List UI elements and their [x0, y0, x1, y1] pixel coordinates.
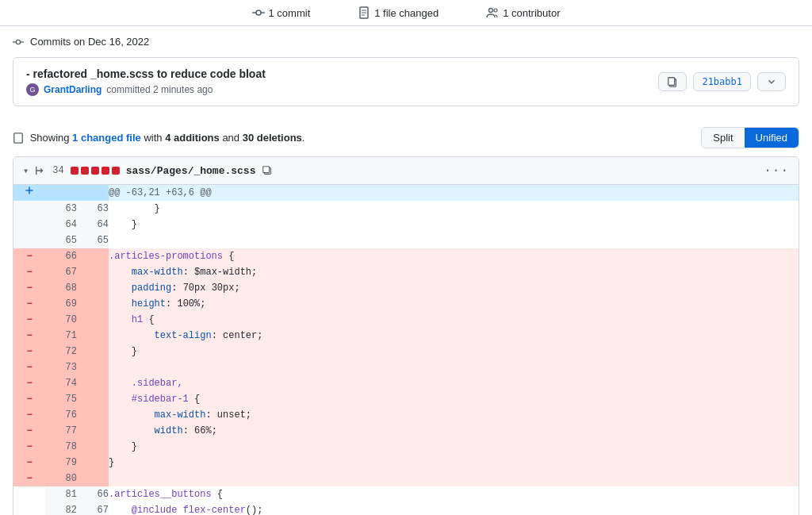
table-row: 63 63 }	[13, 201, 799, 217]
commit-author-link[interactable]: GrantDarling	[44, 84, 102, 95]
svg-point-9	[16, 40, 20, 44]
files-link[interactable]: 1 file changed	[358, 6, 439, 19]
line-num-old: 69	[45, 296, 77, 312]
table-row: − 67 max-width: $max-width;	[13, 264, 799, 280]
hunk-new-num	[77, 185, 109, 201]
hunk-code: @@ -63,21 +63,6 @@	[109, 185, 799, 201]
line-code	[109, 359, 799, 375]
neutral-col	[13, 201, 45, 217]
commits-link[interactable]: 1 commit	[252, 6, 311, 19]
commit-title: - refactored _home.scss to reduce code b…	[26, 67, 266, 80]
more-options-icon[interactable]: ···	[764, 163, 789, 178]
line-num-old: 78	[45, 439, 77, 455]
line-code: @include flex-center();	[109, 502, 799, 515]
view-toggle: Split Unified	[701, 127, 799, 148]
contributors-link[interactable]: 1 contributor	[486, 6, 560, 19]
line-num-new	[77, 359, 109, 375]
svg-rect-16	[263, 167, 270, 173]
avatar: G	[26, 83, 39, 96]
line-num-old: 75	[45, 391, 77, 407]
line-code: padding: 70px 30px;	[109, 280, 799, 296]
line-num-new: 64	[77, 217, 109, 233]
line-num-new	[77, 280, 109, 296]
stat-block-3	[91, 167, 99, 175]
line-num-old: 67	[45, 264, 77, 280]
line-code: }	[109, 201, 799, 217]
line-code: width: 66%;	[109, 423, 799, 439]
table-row: − 71 text-align: center;	[13, 328, 799, 344]
top-bar: 1 commit 1 file changed 1 contributor	[0, 0, 812, 26]
line-num-old: 70	[45, 312, 77, 328]
diff-stats	[71, 167, 120, 175]
stat-block-4	[102, 167, 109, 175]
line-num-new	[77, 439, 109, 455]
file-icon	[358, 6, 370, 19]
changed-file-link[interactable]: 1 changed file	[72, 132, 141, 144]
minus-col: −	[13, 455, 45, 471]
split-button[interactable]: Split	[702, 128, 744, 148]
table-row: − 75 #sidebar-1 {	[13, 391, 799, 407]
line-code	[109, 233, 799, 248]
line-num-old: 74	[45, 375, 77, 391]
copy-commit-button[interactable]	[658, 72, 687, 91]
table-row: − 69 height: 100%;	[13, 296, 799, 312]
showing-with: with	[141, 132, 165, 144]
line-num-old: 71	[45, 328, 77, 344]
hunk-old-num	[45, 185, 77, 201]
line-code: }	[109, 439, 799, 455]
chevron-down-icon[interactable]: ▾	[23, 165, 29, 177]
line-num-new	[77, 423, 109, 439]
minus-col: −	[13, 264, 45, 280]
diff-table: @@ -63,21 +63,6 @@ 63 63 } 64 64 } 65	[13, 185, 799, 515]
diff-file-header-left: ▾ 34 sass/Pages/_home.scss	[23, 165, 273, 177]
line-num-old: 66	[45, 248, 77, 264]
showing-bar: Showing 1 changed file with 4 additions …	[0, 119, 812, 156]
contributors-label: 1 contributor	[503, 7, 560, 19]
table-row: − 68 padding: 70px 30px;	[13, 280, 799, 296]
copy-filename-icon[interactable]	[262, 165, 273, 176]
minus-col: −	[13, 248, 45, 264]
svg-point-8	[494, 9, 497, 12]
line-code: #sidebar-1 {	[109, 391, 799, 407]
copy-icon	[667, 76, 678, 87]
sha-button[interactable]: 21babb1	[693, 72, 751, 91]
diff-stat-icon	[35, 165, 46, 176]
neutral-col	[13, 233, 45, 248]
line-code: .articles__buttons {	[109, 486, 799, 502]
files-label: 1 file changed	[374, 7, 439, 19]
line-count-label: 34	[52, 165, 63, 176]
showing-prefix: Showing	[30, 132, 72, 144]
line-num-new: 65	[77, 233, 109, 248]
line-code: }	[109, 344, 799, 359]
line-num-new: 66	[77, 486, 109, 502]
unified-button[interactable]: Unified	[745, 128, 799, 148]
minus-col: −	[13, 439, 45, 455]
table-row: − 79 }	[13, 455, 799, 471]
browse-files-button[interactable]	[757, 72, 786, 91]
diff-container: ▾ 34 sass/Pages/_home.scss ···	[13, 156, 799, 515]
stat-block-1	[71, 167, 79, 175]
hunk-expander[interactable]	[13, 185, 45, 201]
line-num-new: 67	[77, 502, 109, 515]
showing-and: and	[220, 132, 243, 144]
line-code: }	[109, 217, 799, 233]
line-num-new	[77, 296, 109, 312]
line-num-old: 79	[45, 455, 77, 471]
line-code: }	[109, 455, 799, 471]
line-num-old: 77	[45, 423, 77, 439]
minus-col: −	[13, 391, 45, 407]
commit-card: - refactored _home.scss to reduce code b…	[13, 57, 799, 106]
line-num-old: 73	[45, 359, 77, 375]
line-num-new	[77, 391, 109, 407]
table-row: − 77 width: 66%;	[13, 423, 799, 439]
commit-icon	[252, 6, 265, 19]
minus-col: −	[13, 471, 45, 486]
line-num-old: 64	[45, 217, 77, 233]
svg-point-7	[489, 9, 493, 13]
table-row: − 72 }	[13, 344, 799, 359]
line-num-old: 63	[45, 201, 77, 217]
line-num-new	[77, 375, 109, 391]
minus-col: −	[13, 328, 45, 344]
table-row: − 70 h1 {	[13, 312, 799, 328]
table-row: 81 66 .articles__buttons {	[13, 486, 799, 502]
